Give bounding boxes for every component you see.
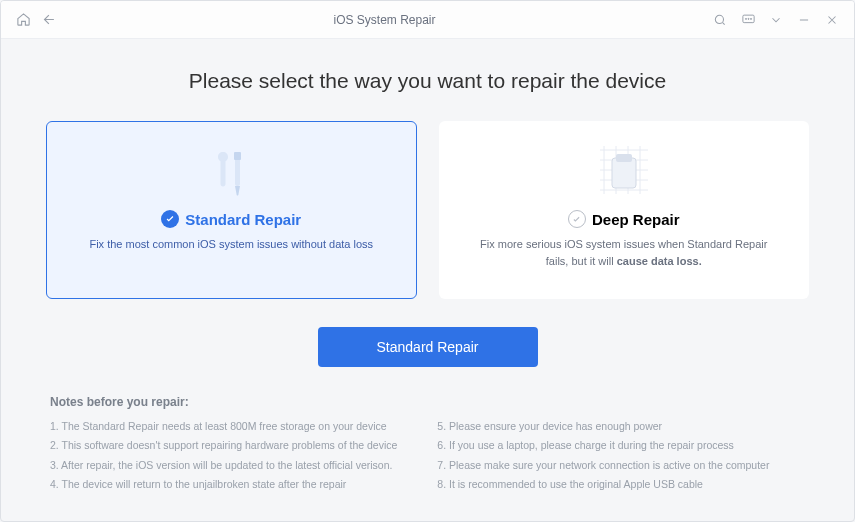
note-item: If you use a laptop, please charge it du… <box>437 436 769 455</box>
note-item: This software doesn't support repairing … <box>50 436 397 455</box>
svg-point-0 <box>715 15 723 23</box>
feedback-icon[interactable] <box>740 12 756 28</box>
check-icon <box>568 210 586 228</box>
titlebar: iOS System Repair <box>1 1 854 39</box>
deep-repair-title: Deep Repair <box>592 211 680 228</box>
standard-repair-icon <box>209 142 253 202</box>
page-heading: Please select the way you want to repair… <box>46 69 809 93</box>
notes-heading: Notes before you repair: <box>50 395 805 409</box>
notes-left: The Standard Repair needs at least 800M … <box>50 417 397 495</box>
check-icon <box>161 210 179 228</box>
search-icon[interactable] <box>712 12 728 28</box>
svg-point-3 <box>748 18 749 19</box>
svg-rect-6 <box>234 152 241 160</box>
back-icon[interactable] <box>41 12 57 28</box>
svg-rect-16 <box>612 158 636 188</box>
deep-repair-card[interactable]: Deep Repair Fix more serious iOS system … <box>439 121 810 299</box>
notes-right: Please ensure your device has enough pow… <box>437 417 769 495</box>
standard-repair-card[interactable]: Standard Repair Fix the most common iOS … <box>46 121 417 299</box>
standard-repair-desc: Fix the most common iOS system issues wi… <box>89 236 373 253</box>
notes-section: Notes before you repair: The Standard Re… <box>46 395 809 495</box>
svg-point-2 <box>745 18 746 19</box>
close-icon[interactable] <box>824 12 840 28</box>
standard-repair-button[interactable]: Standard Repair <box>318 327 538 367</box>
chevron-down-icon[interactable] <box>768 12 784 28</box>
deep-repair-desc: Fix more serious iOS system issues when … <box>472 236 777 270</box>
svg-rect-17 <box>616 154 632 162</box>
note-item: The device will return to the unjailbrok… <box>50 475 397 494</box>
standard-repair-title: Standard Repair <box>185 211 301 228</box>
note-item: The Standard Repair needs at least 800M … <box>50 417 397 436</box>
note-item: After repair, the iOS version will be up… <box>50 456 397 475</box>
deep-repair-icon <box>594 142 654 202</box>
home-icon[interactable] <box>15 12 31 28</box>
minimize-icon[interactable] <box>796 12 812 28</box>
note-item: It is recommended to use the original Ap… <box>437 475 769 494</box>
window-title: iOS System Repair <box>57 13 712 27</box>
note-item: Please ensure your device has enough pow… <box>437 417 769 436</box>
note-item: Please make sure your network connection… <box>437 456 769 475</box>
svg-point-4 <box>750 18 751 19</box>
